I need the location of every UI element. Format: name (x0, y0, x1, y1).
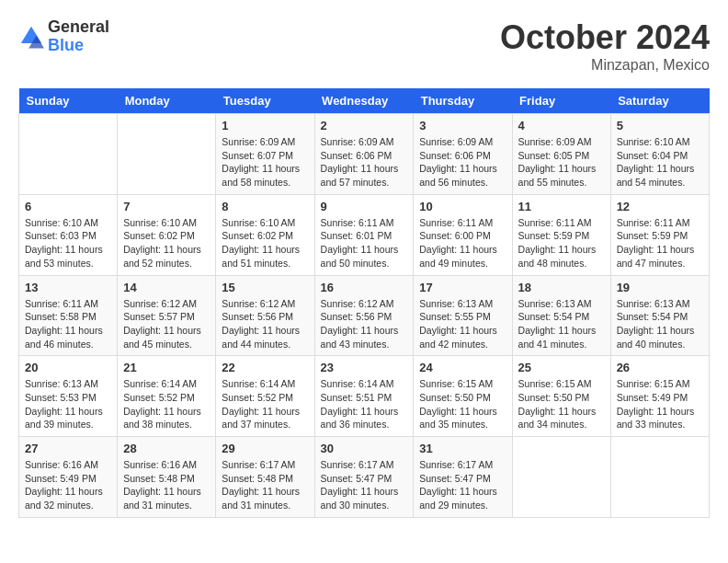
calendar-cell: 23Sunrise: 6:14 AM Sunset: 5:51 PM Dayli… (314, 356, 414, 437)
day-info: Sunrise: 6:09 AM Sunset: 6:07 PM Dayligh… (222, 135, 308, 190)
logo-blue: Blue (48, 37, 109, 55)
day-info: Sunrise: 6:09 AM Sunset: 6:05 PM Dayligh… (518, 135, 605, 190)
calendar-cell (610, 437, 709, 518)
calendar-cell: 31Sunrise: 6:17 AM Sunset: 5:47 PM Dayli… (414, 437, 512, 518)
day-number: 12 (617, 200, 703, 213)
day-number: 4 (518, 119, 605, 132)
day-number: 11 (518, 200, 605, 213)
calendar-cell: 2Sunrise: 6:09 AM Sunset: 6:06 PM Daylig… (314, 114, 414, 195)
day-info: Sunrise: 6:16 AM Sunset: 5:48 PM Dayligh… (123, 458, 210, 512)
day-number: 1 (222, 119, 308, 132)
day-header-monday: Monday (118, 88, 216, 114)
calendar-cell: 16Sunrise: 6:12 AM Sunset: 5:56 PM Dayli… (314, 275, 414, 356)
day-header-saturday: Saturday (610, 88, 709, 114)
day-info: Sunrise: 6:10 AM Sunset: 6:03 PM Dayligh… (25, 216, 111, 270)
calendar-cell: 11Sunrise: 6:11 AM Sunset: 5:59 PM Dayli… (512, 194, 610, 275)
title-block: October 2024 Minzapan, Mexico (500, 18, 710, 74)
day-number: 14 (123, 281, 210, 294)
day-number: 28 (123, 442, 210, 455)
calendar-cell: 20Sunrise: 6:13 AM Sunset: 5:53 PM Dayli… (19, 356, 118, 437)
day-number: 10 (419, 200, 506, 213)
day-info: Sunrise: 6:15 AM Sunset: 5:49 PM Dayligh… (617, 377, 703, 431)
calendar-cell: 28Sunrise: 6:16 AM Sunset: 5:48 PM Dayli… (118, 437, 216, 518)
calendar-cell: 21Sunrise: 6:14 AM Sunset: 5:52 PM Dayli… (118, 356, 216, 437)
day-info: Sunrise: 6:13 AM Sunset: 5:55 PM Dayligh… (419, 297, 506, 351)
day-info: Sunrise: 6:13 AM Sunset: 5:54 PM Dayligh… (617, 297, 703, 351)
day-number: 7 (123, 200, 210, 213)
day-info: Sunrise: 6:13 AM Sunset: 5:53 PM Dayligh… (25, 377, 111, 431)
calendar-cell: 1Sunrise: 6:09 AM Sunset: 6:07 PM Daylig… (216, 114, 314, 195)
day-number: 15 (222, 281, 308, 294)
day-number: 26 (617, 361, 703, 374)
day-info: Sunrise: 6:14 AM Sunset: 5:52 PM Dayligh… (123, 377, 210, 431)
day-info: Sunrise: 6:14 AM Sunset: 5:51 PM Dayligh… (321, 377, 408, 431)
day-number: 20 (25, 361, 111, 374)
location-subtitle: Minzapan, Mexico (500, 57, 710, 74)
day-info: Sunrise: 6:11 AM Sunset: 5:58 PM Dayligh… (25, 297, 111, 351)
day-number: 6 (25, 200, 111, 213)
day-info: Sunrise: 6:17 AM Sunset: 5:47 PM Dayligh… (419, 458, 506, 512)
days-of-week-row: SundayMondayTuesdayWednesdayThursdayFrid… (19, 88, 710, 114)
calendar-cell (512, 437, 610, 518)
calendar-body: 1Sunrise: 6:09 AM Sunset: 6:07 PM Daylig… (19, 114, 710, 518)
day-header-friday: Friday (512, 88, 610, 114)
day-number: 13 (25, 281, 111, 294)
calendar-cell: 4Sunrise: 6:09 AM Sunset: 6:05 PM Daylig… (512, 114, 610, 195)
calendar-cell: 22Sunrise: 6:14 AM Sunset: 5:52 PM Dayli… (216, 356, 314, 437)
day-info: Sunrise: 6:15 AM Sunset: 5:50 PM Dayligh… (518, 377, 605, 431)
day-number: 24 (419, 361, 506, 374)
calendar-cell: 12Sunrise: 6:11 AM Sunset: 5:59 PM Dayli… (610, 194, 709, 275)
day-info: Sunrise: 6:17 AM Sunset: 5:47 PM Dayligh… (321, 458, 408, 512)
day-info: Sunrise: 6:17 AM Sunset: 5:48 PM Dayligh… (222, 458, 308, 512)
calendar-cell: 19Sunrise: 6:13 AM Sunset: 5:54 PM Dayli… (610, 275, 709, 356)
calendar-cell: 25Sunrise: 6:15 AM Sunset: 5:50 PM Dayli… (512, 356, 610, 437)
day-info: Sunrise: 6:12 AM Sunset: 5:56 PM Dayligh… (321, 297, 408, 351)
calendar-cell: 26Sunrise: 6:15 AM Sunset: 5:49 PM Dayli… (610, 356, 709, 437)
day-info: Sunrise: 6:10 AM Sunset: 6:02 PM Dayligh… (222, 216, 308, 270)
day-info: Sunrise: 6:16 AM Sunset: 5:49 PM Dayligh… (25, 458, 111, 512)
page-header: General Blue October 2024 Minzapan, Mexi… (18, 18, 710, 74)
day-number: 25 (518, 361, 605, 374)
day-number: 5 (617, 119, 703, 132)
calendar-cell: 9Sunrise: 6:11 AM Sunset: 6:01 PM Daylig… (314, 194, 414, 275)
calendar-cell: 13Sunrise: 6:11 AM Sunset: 5:58 PM Dayli… (19, 275, 118, 356)
day-number: 27 (25, 442, 111, 455)
day-number: 8 (222, 200, 308, 213)
day-info: Sunrise: 6:09 AM Sunset: 6:06 PM Dayligh… (321, 135, 408, 190)
day-number: 2 (321, 119, 408, 132)
day-header-thursday: Thursday (414, 88, 512, 114)
calendar-cell: 5Sunrise: 6:10 AM Sunset: 6:04 PM Daylig… (610, 114, 709, 195)
calendar-cell: 17Sunrise: 6:13 AM Sunset: 5:55 PM Dayli… (414, 275, 512, 356)
week-row-2: 6Sunrise: 6:10 AM Sunset: 6:03 PM Daylig… (19, 194, 710, 275)
week-row-1: 1Sunrise: 6:09 AM Sunset: 6:07 PM Daylig… (19, 114, 710, 195)
day-info: Sunrise: 6:09 AM Sunset: 6:06 PM Dayligh… (419, 135, 506, 190)
day-info: Sunrise: 6:14 AM Sunset: 5:52 PM Dayligh… (222, 377, 308, 431)
day-header-wednesday: Wednesday (314, 88, 414, 114)
day-number: 17 (419, 281, 506, 294)
calendar-cell: 18Sunrise: 6:13 AM Sunset: 5:54 PM Dayli… (512, 275, 610, 356)
calendar-header: SundayMondayTuesdayWednesdayThursdayFrid… (19, 88, 710, 114)
day-number: 31 (419, 442, 506, 455)
day-info: Sunrise: 6:11 AM Sunset: 5:59 PM Dayligh… (518, 216, 605, 270)
calendar-cell (19, 114, 118, 195)
day-number: 18 (518, 281, 605, 294)
day-header-tuesday: Tuesday (216, 88, 314, 114)
day-info: Sunrise: 6:11 AM Sunset: 6:00 PM Dayligh… (419, 216, 506, 270)
day-number: 9 (321, 200, 408, 213)
day-info: Sunrise: 6:12 AM Sunset: 5:56 PM Dayligh… (222, 297, 308, 351)
day-number: 19 (617, 281, 703, 294)
calendar-cell: 30Sunrise: 6:17 AM Sunset: 5:47 PM Dayli… (314, 437, 414, 518)
calendar-cell (118, 114, 216, 195)
calendar-cell: 29Sunrise: 6:17 AM Sunset: 5:48 PM Dayli… (216, 437, 314, 518)
calendar-cell: 24Sunrise: 6:15 AM Sunset: 5:50 PM Dayli… (414, 356, 512, 437)
day-info: Sunrise: 6:10 AM Sunset: 6:04 PM Dayligh… (617, 135, 703, 190)
month-title: October 2024 (500, 18, 710, 57)
logo-general: General (48, 18, 109, 37)
week-row-5: 27Sunrise: 6:16 AM Sunset: 5:49 PM Dayli… (19, 437, 710, 518)
day-number: 21 (123, 361, 210, 374)
calendar-cell: 3Sunrise: 6:09 AM Sunset: 6:06 PM Daylig… (414, 114, 512, 195)
day-info: Sunrise: 6:11 AM Sunset: 5:59 PM Dayligh… (617, 216, 703, 270)
day-info: Sunrise: 6:15 AM Sunset: 5:50 PM Dayligh… (419, 377, 506, 431)
calendar-cell: 7Sunrise: 6:10 AM Sunset: 6:02 PM Daylig… (118, 194, 216, 275)
day-number: 23 (321, 361, 408, 374)
